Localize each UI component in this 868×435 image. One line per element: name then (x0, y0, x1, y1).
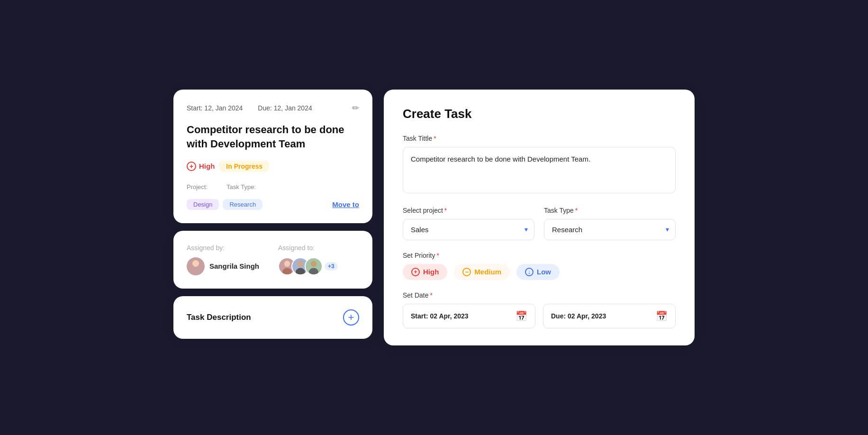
assigned-by-section: Assigned by: Sangrila Singh (187, 244, 259, 275)
task-title: Competitor research to be done with Deve… (187, 123, 359, 151)
create-task-panel: Create Task Task Tittle * Competitor res… (384, 90, 695, 345)
move-to-link[interactable]: Move to (332, 200, 359, 208)
task-description-title: Task Description (187, 313, 251, 322)
date-form-label: Set Date * (403, 291, 676, 299)
task-type-label: Task Type * (544, 207, 676, 214)
research-tag[interactable]: Research (223, 199, 262, 210)
tags-row: Design Research Move to (187, 199, 359, 210)
start-date-field[interactable]: Start: 02 Apr, 2023 📅 (403, 304, 535, 328)
priority-low-button[interactable]: ↓ Low (516, 264, 560, 280)
project-select-wrapper: Sales Design Research ▾ (403, 219, 534, 240)
task-title-input[interactable]: Competitor research to be done with Deve… (403, 147, 676, 193)
svg-point-4 (284, 261, 290, 267)
select-project-group: Select project * Sales Design Research ▾ (403, 207, 534, 240)
due-date-field[interactable]: Due: 02 Apr, 2023 📅 (543, 304, 676, 328)
tasktype-select-wrapper: Research Development Design ▾ (544, 219, 676, 240)
create-task-title: Create Task (403, 107, 676, 121)
avatar-stack: +3 (278, 257, 338, 275)
high-priority-icon: + (411, 268, 420, 276)
due-date-text: Due: 02 Apr, 2023 (551, 312, 606, 320)
required-indicator: * (434, 135, 436, 142)
priority-row: + High − Medium ↓ Low (403, 264, 676, 280)
project-meta-label: Project: (187, 183, 208, 190)
avatar-img (187, 257, 205, 275)
meta-row: Project: Task Type: (187, 183, 359, 194)
svg-point-8 (311, 261, 317, 267)
avatar-3 (305, 257, 323, 275)
svg-point-6 (298, 261, 304, 267)
low-label: Low (537, 268, 551, 276)
project-select[interactable]: Sales Design Research (403, 219, 534, 240)
tasktype-meta-label: Task Type: (226, 183, 256, 190)
due-date: Due: 12, Jan 2024 (258, 104, 312, 112)
medium-label: Medium (474, 268, 501, 276)
status-badge: In Progress (219, 161, 269, 172)
edit-icon[interactable]: ✏ (352, 103, 359, 113)
priority-form-label: Set Priority * (403, 252, 676, 259)
assignee-row: Sangrila Singh (187, 257, 259, 275)
project-tasktype-row: Select project * Sales Design Research ▾… (403, 207, 676, 240)
svg-point-7 (296, 268, 305, 275)
due-calendar-icon: 📅 (656, 310, 668, 322)
svg-point-1 (190, 269, 202, 275)
design-tag[interactable]: Design (187, 199, 219, 210)
start-date-text: Start: 02 Apr, 2023 (411, 312, 469, 320)
avatar-assignor (187, 257, 205, 275)
start-calendar-icon: 📅 (515, 310, 527, 322)
assigned-inner: Assigned by: Sangrila Singh (187, 244, 359, 275)
task-title-label: Task Tittle * (403, 135, 676, 142)
tasktype-meta-group: Task Type: (226, 183, 256, 194)
high-label: High (423, 268, 439, 276)
extra-count-badge: +3 (325, 262, 338, 271)
assignee-name: Sangrila Singh (209, 262, 259, 270)
svg-point-5 (282, 268, 292, 275)
tasktype-select[interactable]: Research Development Design (544, 219, 676, 240)
dates-row: Start: 12, Jan 2024 Due: 12, Jan 2024 ✏ (187, 103, 359, 113)
add-description-button[interactable]: + (343, 309, 359, 326)
task-type-group: Task Type * Research Development Design … (544, 207, 676, 240)
project-meta-group: Project: (187, 183, 208, 194)
assigned-by-label: Assigned by: (187, 244, 259, 252)
priority-medium-button[interactable]: − Medium (454, 264, 510, 280)
priority-label: High (199, 162, 215, 170)
left-panel: Start: 12, Jan 2024 Due: 12, Jan 2024 ✏ … (173, 90, 372, 338)
date-row: Start: 02 Apr, 2023 📅 Due: 02 Apr, 2023 … (403, 304, 676, 328)
tags-group: Design Research (187, 199, 262, 210)
start-date: Start: 12, Jan 2024 (187, 104, 243, 112)
svg-point-9 (309, 268, 318, 275)
svg-point-2 (192, 260, 199, 267)
medium-priority-icon: − (462, 268, 471, 276)
priority-icon: + (187, 162, 196, 171)
priority-high-button[interactable]: + High (403, 264, 447, 280)
assigned-to-section: Assigned to: +3 (278, 244, 338, 275)
low-priority-icon: ↓ (525, 268, 533, 276)
select-project-label: Select project * (403, 207, 534, 214)
badges-row: + High In Progress (187, 161, 359, 172)
priority-badge: + High (187, 162, 215, 171)
assigned-to-label: Assigned to: (278, 244, 338, 252)
task-description-card: Task Description + (173, 296, 372, 339)
assigned-card: Assigned by: Sangrila Singh (173, 231, 372, 289)
task-info-card: Start: 12, Jan 2024 Due: 12, Jan 2024 ✏ … (173, 90, 372, 223)
